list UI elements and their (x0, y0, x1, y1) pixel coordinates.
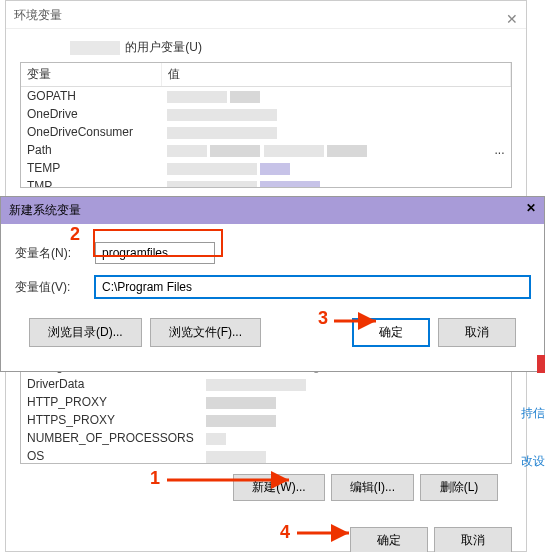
user-vars-title: 的用户变量(U) (70, 39, 512, 56)
variable-name-input[interactable] (95, 242, 215, 264)
name-row: 变量名(N): (15, 242, 530, 264)
env-titlebar: 环境变量 ✕ (6, 1, 526, 29)
table-row[interactable]: NUMBER_OF_PROCESSORS (21, 429, 511, 447)
new-dialog-buttons: 浏览目录(D)... 浏览文件(F)... 确定 取消 (15, 310, 530, 359)
table-row[interactable]: HTTP_PROXY (21, 393, 511, 411)
name-label: 变量名(N): (15, 245, 95, 262)
new-title: 新建系统变量 (9, 203, 81, 217)
browse-dir-button[interactable]: 浏览目录(D)... (29, 318, 142, 347)
value-label: 变量值(V): (15, 279, 95, 296)
cancel-button[interactable]: 取消 (438, 318, 516, 347)
table-row[interactable]: TEMP (21, 159, 511, 177)
sys-vars-table-wrap[interactable]: comngsetRootC:\WINDOWS\ConfigSetRoot Dri… (20, 356, 512, 464)
ok-button[interactable]: 确定 (352, 318, 430, 347)
delete-button[interactable]: 删除(L) (420, 474, 498, 501)
table-row[interactable]: OS (21, 447, 511, 464)
table-row[interactable]: OneDriveConsumer (21, 123, 511, 141)
ok-button[interactable]: 确定 (350, 527, 428, 552)
sys-buttons: 新建(W)... 编辑(I)... 删除(L) (20, 464, 512, 511)
side-text: 改设 (521, 453, 545, 470)
new-titlebar: 新建系统变量 ✕ (1, 197, 544, 224)
close-icon[interactable]: ✕ (506, 5, 518, 33)
user-vars-panel: 的用户变量(U) 变量 值 GOPATH OneDrive OneDriveCo… (6, 29, 526, 194)
sys-vars-panel: comngsetRootC:\WINDOWS\ConfigSetRoot Dri… (6, 350, 526, 517)
cancel-button[interactable]: 取消 (434, 527, 512, 552)
side-text: 持信 (521, 405, 545, 422)
sys-vars-table: comngsetRootC:\WINDOWS\ConfigSetRoot Dri… (21, 357, 511, 464)
edit-button[interactable]: 编辑(I)... (331, 474, 414, 501)
user-vars-table: 变量 值 GOPATH OneDrive OneDriveConsumer Pa… (21, 63, 511, 188)
side-red-bar (537, 355, 545, 373)
col-value[interactable]: 值 (161, 63, 511, 87)
col-name[interactable]: 变量 (21, 63, 161, 87)
close-icon[interactable]: ✕ (526, 201, 536, 215)
redacted-username (70, 41, 120, 55)
table-row[interactable]: TMP (21, 177, 511, 188)
user-vars-table-wrap[interactable]: 变量 值 GOPATH OneDrive OneDriveConsumer Pa… (20, 62, 512, 188)
table-row[interactable]: HTTPS_PROXY (21, 411, 511, 429)
value-row: 变量值(V): (15, 276, 530, 298)
new-sysvar-dialog: 新建系统变量 ✕ 变量名(N): 变量值(V): 浏览目录(D)... 浏览文件… (0, 196, 545, 372)
browse-file-button[interactable]: 浏览文件(F)... (150, 318, 261, 347)
table-row[interactable]: Path ... (21, 141, 511, 159)
table-row[interactable]: DriverData (21, 375, 511, 393)
env-dialog-buttons: 确定 取消 (6, 517, 526, 552)
table-row[interactable]: OneDrive (21, 105, 511, 123)
variable-value-input[interactable] (95, 276, 530, 298)
env-title: 环境变量 (14, 8, 62, 22)
table-row[interactable]: GOPATH (21, 87, 511, 106)
new-button[interactable]: 新建(W)... (233, 474, 324, 501)
